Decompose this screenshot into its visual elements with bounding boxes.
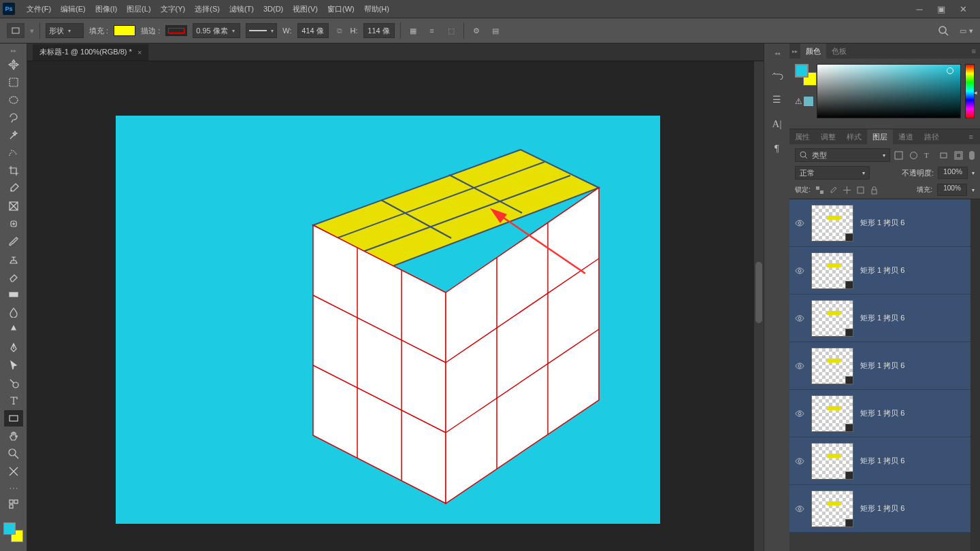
layer-row[interactable]: 矩形 1 拷贝 6 (789, 485, 970, 533)
layer-thumbnail[interactable] (811, 348, 853, 384)
move-tool[interactable] (4, 56, 23, 73)
blend-mode-dropdown[interactable]: 正常▾ (795, 166, 870, 180)
tool-preset-picker[interactable] (7, 23, 24, 38)
align-icon[interactable]: ≡ (425, 24, 439, 37)
opacity-input[interactable]: 100% (938, 167, 968, 179)
link-wh-icon[interactable]: ⧉ (334, 25, 345, 36)
stroke-style-dropdown[interactable]: ▾ (246, 23, 277, 38)
layer-thumbnail[interactable] (811, 300, 853, 337)
eyedropper-tool[interactable] (4, 180, 23, 197)
styles-tab[interactable]: 样式 (841, 129, 867, 144)
menu-file[interactable]: 文件(F) (22, 0, 56, 18)
layers-tab[interactable]: 图层 (867, 129, 893, 144)
workspace-switcher-icon[interactable]: ▭ ▾ (960, 24, 973, 37)
lock-artboard-icon[interactable] (856, 186, 865, 195)
panel-menu-icon[interactable]: ≡ (968, 47, 980, 55)
type-tool[interactable] (4, 393, 23, 409)
width-input[interactable] (297, 23, 329, 38)
filter-adjust-icon[interactable] (909, 151, 918, 160)
channels-tab[interactable]: 通道 (893, 129, 919, 144)
ellipse-marquee-tool[interactable] (4, 92, 23, 108)
menu-select[interactable]: 选择(S) (190, 0, 225, 18)
filter-type-icon[interactable]: T (924, 151, 933, 160)
visibility-icon[interactable] (795, 504, 804, 514)
artboard-tool[interactable] (4, 463, 23, 480)
layers-panel-menu-icon[interactable]: ≡ (965, 133, 977, 141)
gamut-color-swatch[interactable] (804, 97, 813, 106)
scrollbar-thumb[interactable] (755, 262, 762, 323)
clone-stamp-tool[interactable] (4, 251, 23, 267)
menu-image[interactable]: 图像(I) (91, 0, 122, 18)
search-icon[interactable] (936, 24, 950, 37)
zoom-tool[interactable] (4, 446, 23, 462)
vertical-scrollbar[interactable] (754, 61, 764, 551)
layer-row[interactable]: 矩形 1 拷贝 6 (789, 390, 970, 437)
document-tab[interactable]: 未标题-1 @ 100%(RGB/8) * × (33, 44, 148, 61)
layer-thumbnail[interactable] (811, 395, 853, 432)
hue-slider[interactable]: ◂ (965, 64, 975, 118)
fill-opacity-input[interactable]: 100% (937, 184, 967, 196)
direct-select-tool[interactable] (4, 375, 23, 391)
filter-toggle[interactable] (969, 151, 975, 160)
path-operations-icon[interactable]: ▦ (406, 24, 420, 37)
stroke-width-input[interactable]: 0.95 像素▾ (193, 23, 240, 38)
menu-layer[interactable]: 图层(L) (122, 0, 155, 18)
filter-smart-icon[interactable] (954, 151, 963, 160)
lock-transparency-icon[interactable] (815, 186, 824, 195)
hand-tool[interactable] (4, 428, 23, 444)
dodge-tool[interactable] (4, 322, 23, 338)
swatches-tab[interactable]: 色板 (826, 44, 852, 59)
shape-mode-dropdown[interactable]: 形状▾ (46, 23, 84, 38)
toolbar-color-swatches[interactable] (3, 522, 24, 543)
gamut-warning-icon[interactable]: ⚠ (795, 97, 802, 106)
menu-filter[interactable]: 滤镜(T) (225, 0, 259, 18)
stroke-swatch[interactable] (165, 25, 187, 36)
menu-type[interactable]: 文字(Y) (156, 0, 191, 18)
layer-thumbnail[interactable] (811, 205, 853, 241)
layer-filter-dropdown[interactable]: 类型 ▾ (795, 148, 890, 162)
layer-thumbnail[interactable] (811, 443, 853, 480)
layer-list[interactable]: 矩形 1 拷贝 6矩形 1 拷贝 6矩形 1 拷贝 6矩形 1 拷贝 6矩形 1… (789, 199, 970, 551)
menu-help[interactable]: 帮助(H) (359, 0, 394, 18)
history-panel-icon[interactable] (770, 69, 785, 81)
magic-wand-tool[interactable] (4, 127, 23, 144)
fill-swatch[interactable] (114, 25, 135, 36)
menu-3d[interactable]: 3D(D) (259, 0, 288, 18)
adjustments-tab[interactable]: 调整 (815, 129, 841, 144)
canvas-viewport[interactable] (27, 61, 764, 551)
color-field[interactable] (817, 64, 961, 118)
layer-row[interactable]: 矩形 1 拷贝 6 (789, 247, 970, 295)
menu-edit[interactable]: 编辑(E) (56, 0, 91, 18)
spot-heal-tool[interactable] (4, 216, 23, 232)
layer-row[interactable]: 矩形 1 拷贝 6 (789, 437, 970, 485)
lock-position-icon[interactable] (843, 186, 851, 195)
marquee-tool[interactable] (4, 74, 23, 90)
edit-toolbar-icon[interactable] (4, 496, 23, 512)
eraser-tool[interactable] (4, 269, 23, 285)
canvas[interactable] (116, 116, 660, 524)
visibility-icon[interactable] (795, 409, 804, 418)
visibility-icon[interactable] (795, 218, 804, 228)
filter-pixel-icon[interactable] (894, 151, 903, 160)
visibility-icon[interactable] (795, 266, 804, 276)
visibility-icon[interactable] (795, 314, 804, 323)
character-panel-icon[interactable]: A| (770, 118, 785, 130)
paragraph-panel-icon[interactable]: ¶ (770, 142, 785, 154)
pen-tool[interactable] (4, 339, 23, 356)
close-button[interactable]: ✕ (958, 4, 968, 14)
lock-all-icon[interactable] (870, 186, 879, 195)
menu-view[interactable]: 视图(V) (288, 0, 323, 18)
layer-row[interactable]: 矩形 1 拷贝 6 (789, 342, 970, 390)
path-select-tool[interactable] (4, 357, 23, 373)
layer-row[interactable]: 矩形 1 拷贝 6 (789, 199, 970, 247)
align-edges-icon[interactable]: ▤ (489, 24, 502, 37)
close-tab-icon[interactable]: × (137, 48, 142, 56)
height-input[interactable] (363, 23, 395, 38)
layer-row[interactable]: 矩形 1 拷贝 6 (789, 295, 970, 342)
gradient-tool[interactable] (4, 286, 23, 303)
foreground-swatch[interactable] (795, 64, 808, 78)
adjustments-panel-icon[interactable]: ☰ (770, 93, 785, 105)
brush-tool[interactable] (4, 233, 23, 250)
lock-paint-icon[interactable] (829, 186, 838, 195)
blur-tool[interactable] (4, 304, 23, 320)
